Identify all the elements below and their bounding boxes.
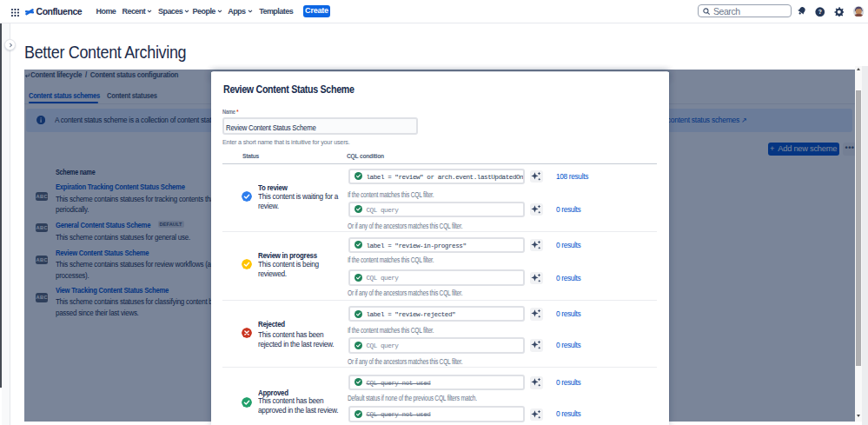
svg-text:?: ? (818, 9, 821, 15)
